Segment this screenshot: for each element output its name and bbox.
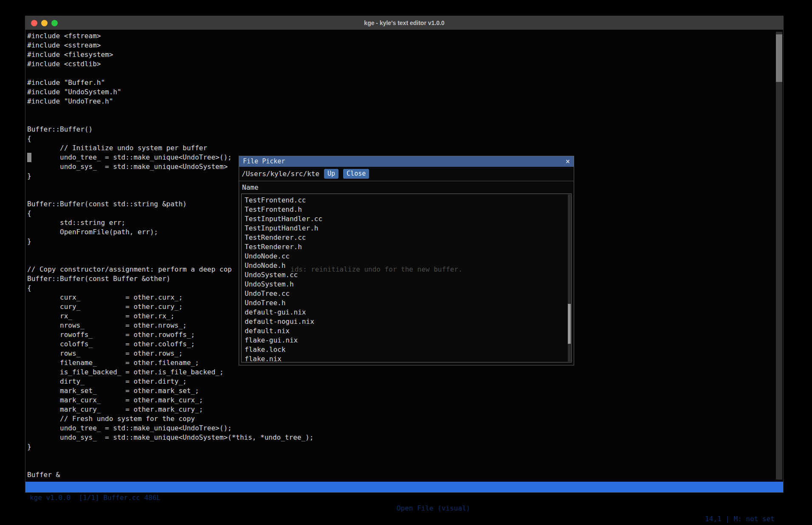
file-item[interactable]: default.nix [242,326,571,336]
editor-scrollbar[interactable] [776,32,782,480]
dialog-close-icon[interactable]: × [566,156,570,167]
file-list-scrollbar[interactable] [568,194,571,362]
file-item[interactable]: default-nogui.nix [242,317,571,326]
file-item[interactable]: TestInputHandler.cc [242,214,571,224]
file-item[interactable]: UndoSystem.cc [242,270,571,280]
status-cursor-position: 14,1 | M: not set [705,514,775,524]
code-line: #include <sstream> [27,41,313,50]
code-line: is_file_backed_ = other.is_file_backed_; [27,368,313,377]
file-item[interactable]: UndoSystem.h [242,280,571,289]
editor-window: kge - kyle's text editor v1.0.0 #include… [25,16,784,493]
code-line: #include "UndoSystem.h" [27,87,313,97]
code-line: { [27,134,313,143]
code-line: Buffer & [27,470,313,480]
file-item[interactable]: flake-gui.nix [242,336,571,345]
code-line: #include "UndoTree.h" [27,97,313,106]
code-line: #include <filesystem> [27,50,313,59]
code-line [27,106,313,115]
file-item[interactable]: UndoNode.cc [242,252,571,261]
code-line: // Initialize undo system per buffer [27,143,313,153]
file-item[interactable]: flake.nix [242,354,571,362]
code-line: #include <fstream> [27,31,313,41]
window-titlebar: kge - kyle's text editor v1.0.0 [25,16,783,30]
code-line: undo_tree_ = std::make_unique<UndoTree>(… [27,424,313,433]
file-item[interactable]: TestInputHandler.h [242,224,571,233]
file-item[interactable]: flake.lock [242,345,571,354]
window-title: kge - kyle's text editor v1.0.0 [25,16,783,30]
file-item[interactable]: TestFrontend.h [242,205,571,214]
code-line: #include "Buffer.h" [27,78,313,87]
file-picker-titlebar: File Picker × [239,156,574,167]
files-column-header: Name [239,182,259,194]
path-row: /Users/kyle/src/kte Up Close [239,167,574,181]
code-line: mark_cury_ = other.mark_cury_; [27,405,313,414]
code-line [27,115,313,125]
code-line: mark_set_ = other.mark_set_; [27,386,313,396]
file-picker-title: File Picker [243,156,285,167]
file-item[interactable]: default-gui.nix [242,308,571,317]
code-line: undo_sys_ = std::make_unique<UndoSystem>… [27,433,313,442]
code-line [27,461,313,470]
current-path: /Users/kyle/src/kte [242,170,319,178]
code-line: Buffer::Buffer() [27,125,313,134]
screen: kge - kyle's text editor v1.0.0 #include… [0,0,812,525]
file-item[interactable]: UndoTree.cc [242,289,571,298]
code-line: mark_curx_ = other.mark_curx_; [27,396,313,405]
code-line [27,69,313,78]
file-list[interactable]: TestFrontend.ccTestFrontend.hTestInputHa… [241,194,572,362]
file-item[interactable]: TestFrontend.cc [242,196,571,205]
code-line: // Fresh undo system for the copy [27,414,313,424]
code-line: #include <cstdlib> [27,59,313,69]
close-button[interactable]: Close [343,169,369,179]
file-picker-dialog: File Picker × /Users/kyle/src/kte Up Clo… [239,156,574,365]
code-line: } [27,442,313,452]
file-item[interactable]: UndoTree.h [242,298,571,308]
file-item[interactable]: UndoNode.h [242,261,571,270]
status-left: kge v1.0.0 [1/1] Buffer.cc 486L [30,492,161,503]
code-line: dirty_ = other.dirty_; [27,377,313,386]
editor-scrollbar-thumb[interactable] [776,34,782,82]
file-item[interactable]: TestRenderer.h [242,242,571,252]
file-item[interactable]: TestRenderer.cc [242,233,571,242]
status-bar: kge v1.0.0 [1/1] Buffer.cc 486L Open Fil… [25,482,783,492]
text-cursor [27,153,31,162]
code-line [27,452,313,461]
up-button[interactable]: Up [324,169,338,179]
status-mode: Open File (visual) [397,503,470,514]
file-list-scrollbar-thumb[interactable] [568,304,571,344]
file-list-items: TestFrontend.ccTestFrontend.hTestInputHa… [242,196,571,362]
